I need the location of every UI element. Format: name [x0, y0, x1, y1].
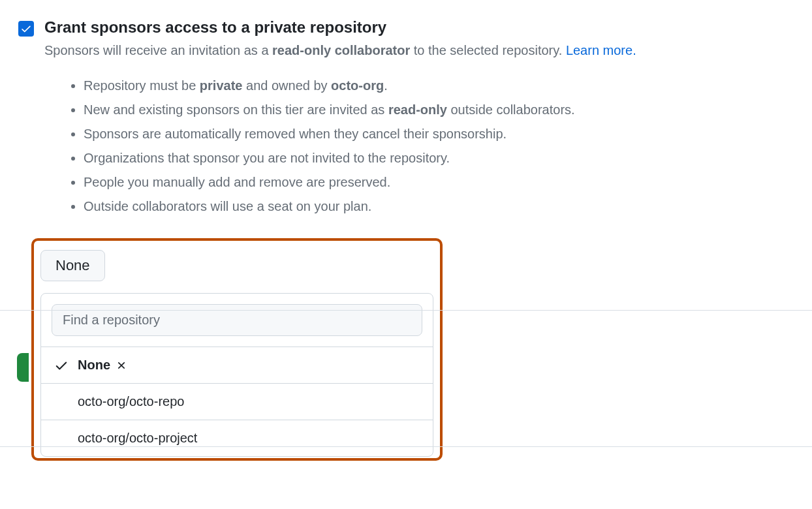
- repository-picker-highlight: None None octo-org/octo-repo octo-org/oc…: [31, 238, 443, 461]
- repository-search-input[interactable]: [52, 304, 422, 336]
- dropdown-item-label: octo-org/octo-project: [78, 431, 197, 446]
- list-item: Organizations that sponsor you are not i…: [84, 146, 794, 170]
- divider: [0, 446, 812, 447]
- list-item: Sponsors are automatically removed when …: [84, 122, 794, 146]
- requirements-list: Repository must be private and owned by …: [84, 74, 794, 219]
- learn-more-link[interactable]: Learn more.: [566, 43, 636, 57]
- save-button-edge[interactable]: [17, 353, 29, 382]
- option-description: Sponsors will receive an invitation as a…: [44, 40, 794, 61]
- check-icon: [20, 23, 32, 35]
- list-item: People you manually add and remove are p…: [84, 170, 794, 194]
- dropdown-item-none[interactable]: None: [41, 347, 433, 383]
- dropdown-item-label: None: [78, 358, 110, 373]
- option-title: Grant sponsors access to a private repos…: [44, 18, 794, 37]
- dropdown-item-repo[interactable]: octo-org/octo-repo: [41, 383, 433, 420]
- repository-dropdown: None octo-org/octo-repo octo-org/octo-pr…: [40, 293, 433, 457]
- repository-select-button[interactable]: None: [40, 250, 105, 281]
- dropdown-item-label: octo-org/octo-repo: [78, 394, 184, 409]
- check-icon: [54, 358, 69, 373]
- close-icon[interactable]: [116, 360, 127, 371]
- list-item: Repository must be private and owned by …: [84, 74, 794, 98]
- divider: [0, 310, 812, 311]
- dropdown-item-repo[interactable]: octo-org/octo-project: [41, 420, 433, 456]
- list-item: Outside collaborators will use a seat on…: [84, 194, 794, 219]
- grant-access-checkbox[interactable]: [18, 21, 34, 37]
- list-item: New and existing sponsors on this tier a…: [84, 98, 794, 122]
